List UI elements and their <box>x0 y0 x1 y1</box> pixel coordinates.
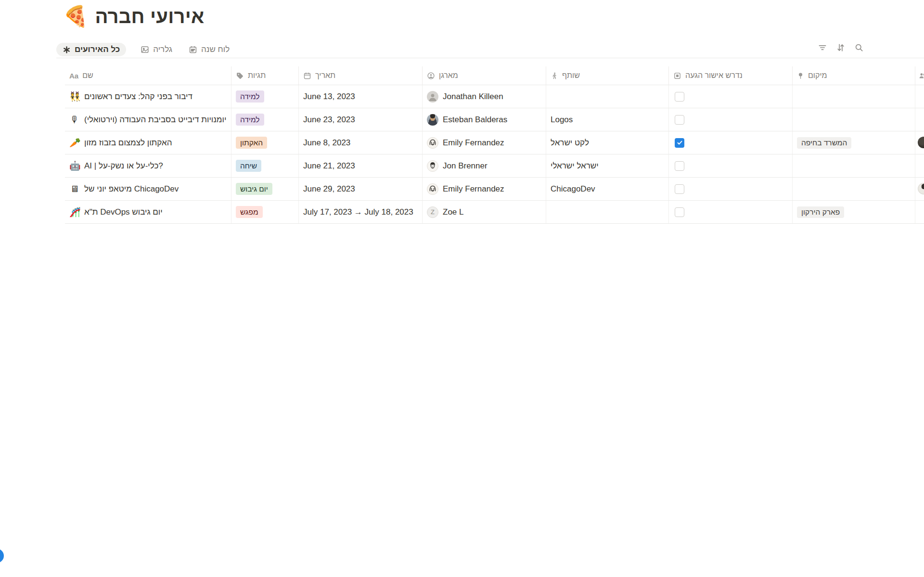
event-name-cell[interactable]: 🤖AI | כלי-על או נשק-על? <box>65 154 231 177</box>
date-cell[interactable]: June 23, 2023 <box>299 108 423 131</box>
tag-pill: האקתון <box>236 137 267 149</box>
organizer-cell[interactable]: Jon Brenner <box>423 154 546 177</box>
asterisk-icon <box>63 46 71 54</box>
rsvp-checkbox-unchecked[interactable] <box>675 184 684 194</box>
date-cell[interactable]: June 8, 2023 <box>299 131 423 154</box>
event-title: האקתון לצמצום בזבוז מזון <box>84 138 172 148</box>
clipped-participants-cell <box>915 178 924 200</box>
location-cell[interactable] <box>793 85 915 108</box>
event-name-cell[interactable]: 🖥מיטאפ יוני של ChicagoDev <box>65 178 231 200</box>
partner-cell[interactable] <box>546 201 669 223</box>
column-header-name[interactable]: Aaשם <box>65 66 231 85</box>
clipped-participants-cell <box>915 108 924 131</box>
tab-all-events[interactable]: כל האירועים <box>56 43 126 56</box>
avatar <box>427 183 438 195</box>
help-badge-clipped[interactable] <box>0 549 4 563</box>
text-icon: Aa <box>69 72 78 80</box>
tab-calendar[interactable]: לוח שנה <box>187 43 231 56</box>
organizer-cell[interactable]: Jonathan Killeen <box>423 85 546 108</box>
rsvp-checkbox-unchecked[interactable] <box>675 115 684 125</box>
rsvp-checkbox-unchecked[interactable] <box>675 161 684 171</box>
column-header-rsvp[interactable]: נדרש אישור הגעה <box>669 66 793 85</box>
rsvp-checkbox-unchecked[interactable] <box>675 92 684 102</box>
column-header-date[interactable]: תאריך <box>299 66 423 85</box>
organizer-name: Emily Fernandez <box>443 184 504 194</box>
sort-icon[interactable] <box>835 42 846 53</box>
organizer-cell[interactable]: ZZoe L <box>423 201 546 223</box>
view-toolbar <box>817 42 864 53</box>
location-cell[interactable]: פארק הירקון <box>793 201 915 223</box>
partner-cell[interactable]: ישראל ישראלי <box>546 154 669 177</box>
tags-cell[interactable]: למידה <box>231 85 299 108</box>
search-icon[interactable] <box>854 42 864 53</box>
table-row: 👯דיבור בפני קהל: צעדים ראשוניםלמידהJune … <box>65 85 924 108</box>
people-icon <box>918 72 924 80</box>
avatar <box>427 114 438 126</box>
location-pill: פארק הירקון <box>797 206 844 218</box>
event-name-cell[interactable]: 🎙יומנויות דיבייט בסביבת העבודה (וירטואלי… <box>65 108 231 131</box>
rsvp-cell <box>669 131 793 154</box>
table-row: 🖥מיטאפ יוני של ChicagoDevיום גיבושJune 2… <box>65 178 924 201</box>
organizer-name: Jonathan Killeen <box>443 92 503 102</box>
column-label: שם <box>82 71 93 80</box>
notion-page: 🍕 אירועי חברה כל האירועים גלריה <box>0 0 924 577</box>
rsvp-cell <box>669 178 793 200</box>
partner-cell[interactable]: Logos <box>546 108 669 131</box>
event-title: AI | כלי-על או נשק-על? <box>84 161 163 171</box>
table-row: 🎙יומנויות דיבייט בסביבת העבודה (וירטואלי… <box>65 108 924 131</box>
tag-pill: שיחה <box>236 160 261 172</box>
location-cell[interactable] <box>793 154 915 177</box>
column-header-organizer[interactable]: מארגן <box>423 66 546 85</box>
date-cell[interactable]: June 13, 2023 <box>299 85 423 108</box>
tab-gallery[interactable]: גלריה <box>139 43 174 56</box>
rsvp-checkbox-checked[interactable] <box>675 138 684 148</box>
location-cell[interactable]: המשרד בחיפה <box>793 131 915 154</box>
column-label: מארגן <box>439 71 458 80</box>
date-cell[interactable]: June 29, 2023 <box>299 178 423 200</box>
page-title[interactable]: אירועי חברה <box>95 6 204 27</box>
date-value: June 23, 2023 <box>303 115 355 125</box>
tags-cell[interactable]: יום גיבוש <box>231 178 299 200</box>
event-emoji: 🎙 <box>69 115 80 125</box>
location-cell[interactable] <box>793 178 915 200</box>
column-label: שותף <box>562 71 580 80</box>
page-emoji-pizza[interactable]: 🍕 <box>63 5 88 28</box>
column-header-tags[interactable]: תגיות <box>231 66 299 85</box>
partner-cell[interactable] <box>546 85 669 108</box>
tags-cell[interactable]: מפגש <box>231 201 299 223</box>
person-icon <box>427 72 435 80</box>
event-name-cell[interactable]: 🎢יום גיבוש DevOps ת"א <box>65 201 231 223</box>
column-header-extra[interactable] <box>915 66 924 85</box>
table-body: 👯דיבור בפני קהל: צעדים ראשוניםלמידהJune … <box>65 85 924 224</box>
partner-cell[interactable]: לקט ישראל <box>546 131 669 154</box>
column-header-location[interactable]: מיקום <box>793 66 915 85</box>
event-name-cell[interactable]: 🥕האקתון לצמצום בזבוז מזון <box>65 131 231 154</box>
filter-icon[interactable] <box>817 42 828 53</box>
date-cell[interactable]: July 17, 2023 → July 18, 2023 <box>299 201 423 223</box>
avatar: Z <box>427 206 438 218</box>
organizer-cell[interactable]: Emily Fernandez <box>423 131 546 154</box>
view-tabs: כל האירועים גלריה לוח שנה <box>56 41 231 58</box>
organizer-cell[interactable]: Esteban Balderas <box>423 108 546 131</box>
column-label: נדרש אישור הגעה <box>685 71 743 80</box>
table-row: 🎢יום גיבוש DevOps ת"אמפגשJuly 17, 2023 →… <box>65 201 924 224</box>
tag-pill: יום גיבוש <box>236 183 272 195</box>
tags-cell[interactable]: שיחה <box>231 154 299 177</box>
tab-label: גלריה <box>153 45 172 54</box>
organizer-cell[interactable]: Emily Fernandez <box>423 178 546 200</box>
checkbox-icon <box>673 72 681 80</box>
tags-cell[interactable]: למידה <box>231 108 299 131</box>
event-name-cell[interactable]: 👯דיבור בפני קהל: צעדים ראשונים <box>65 85 231 108</box>
partner-cell[interactable]: ChicagoDev <box>546 178 669 200</box>
page-header: 🍕 אירועי חברה <box>63 5 205 28</box>
event-title: יום גיבוש DevOps ת"א <box>84 207 163 217</box>
rsvp-checkbox-unchecked[interactable] <box>675 207 684 217</box>
date-cell[interactable]: June 21, 2023 <box>299 154 423 177</box>
column-header-partner[interactable]: שותף <box>546 66 669 85</box>
clipped-participants-cell <box>915 131 924 154</box>
rsvp-cell <box>669 108 793 131</box>
tags-cell[interactable]: האקתון <box>231 131 299 154</box>
location-cell[interactable] <box>793 108 915 131</box>
avatar-clipped <box>918 137 924 148</box>
calendar-icon <box>189 45 197 54</box>
